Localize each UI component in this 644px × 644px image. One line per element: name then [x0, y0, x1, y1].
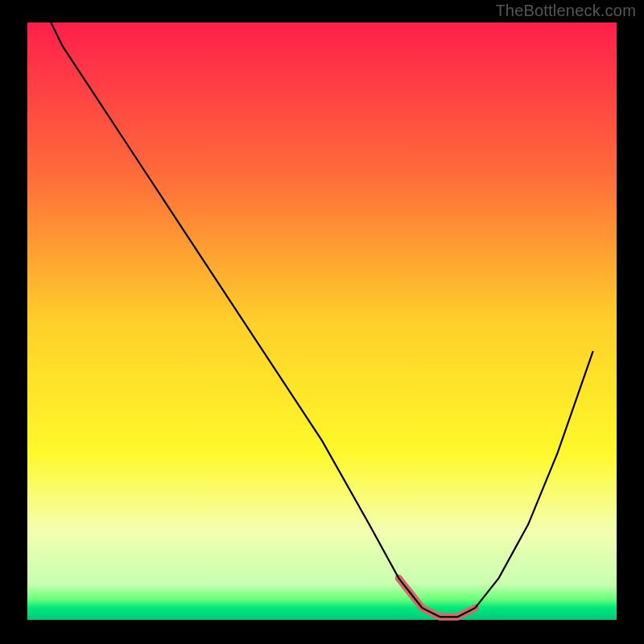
bottleneck-chart [0, 0, 644, 644]
attribution-text: TheBottleneck.com [495, 2, 636, 20]
chart-frame: TheBottleneck.com [0, 0, 644, 644]
plot-background [27, 23, 617, 620]
